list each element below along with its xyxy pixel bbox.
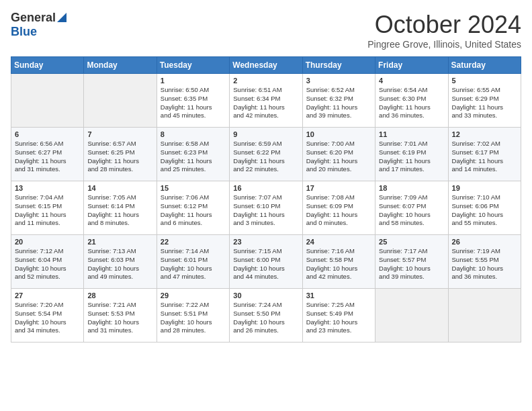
day-number: 1 xyxy=(161,77,226,85)
calendar-header-row: SundayMondayTuesdayWednesdayThursdayFrid… xyxy=(11,57,521,74)
calendar-header-tuesday: Tuesday xyxy=(157,57,229,74)
day-number: 28 xyxy=(87,291,152,300)
day-number: 16 xyxy=(233,184,298,192)
day-info: Sunrise: 6:59 AM Sunset: 6:22 PM Dayligh… xyxy=(233,140,298,174)
day-info: Sunrise: 7:05 AM Sunset: 6:14 PM Dayligh… xyxy=(87,193,152,228)
calendar-cell: 30Sunrise: 7:24 AM Sunset: 5:50 PM Dayli… xyxy=(230,289,302,342)
calendar-week-3: 13Sunrise: 7:04 AM Sunset: 6:15 PM Dayli… xyxy=(11,181,521,235)
logo-general-text: General xyxy=(11,11,56,25)
calendar-cell: 13Sunrise: 7:04 AM Sunset: 6:15 PM Dayli… xyxy=(11,181,84,235)
calendar-header-monday: Monday xyxy=(84,57,157,74)
calendar-cell: 20Sunrise: 7:12 AM Sunset: 6:04 PM Dayli… xyxy=(11,235,84,289)
calendar-cell: 11Sunrise: 7:01 AM Sunset: 6:19 PM Dayli… xyxy=(375,128,448,181)
calendar-cell: 8Sunrise: 6:58 AM Sunset: 6:23 PM Daylig… xyxy=(157,128,229,181)
calendar-week-4: 20Sunrise: 7:12 AM Sunset: 6:04 PM Dayli… xyxy=(11,235,521,289)
calendar-cell: 21Sunrise: 7:13 AM Sunset: 6:03 PM Dayli… xyxy=(84,235,157,289)
day-info: Sunrise: 6:50 AM Sunset: 6:35 PM Dayligh… xyxy=(161,86,226,120)
calendar-cell: 25Sunrise: 7:17 AM Sunset: 5:57 PM Dayli… xyxy=(375,235,448,289)
day-number: 23 xyxy=(233,238,298,246)
day-number: 15 xyxy=(161,184,226,192)
day-info: Sunrise: 7:06 AM Sunset: 6:12 PM Dayligh… xyxy=(161,193,226,228)
day-info: Sunrise: 7:25 AM Sunset: 5:49 PM Dayligh… xyxy=(306,301,371,335)
day-number: 8 xyxy=(161,130,226,138)
calendar-header-sunday: Sunday xyxy=(11,57,84,74)
day-info: Sunrise: 7:16 AM Sunset: 5:58 PM Dayligh… xyxy=(306,247,371,281)
logo-triangle-icon xyxy=(57,13,66,25)
day-info: Sunrise: 6:51 AM Sunset: 6:34 PM Dayligh… xyxy=(233,86,298,120)
day-number: 20 xyxy=(15,238,80,246)
day-info: Sunrise: 6:54 AM Sunset: 6:30 PM Dayligh… xyxy=(379,86,444,120)
day-info: Sunrise: 7:19 AM Sunset: 5:55 PM Dayligh… xyxy=(452,247,517,281)
day-info: Sunrise: 7:09 AM Sunset: 6:07 PM Dayligh… xyxy=(379,193,444,228)
calendar-week-2: 6Sunrise: 6:56 AM Sunset: 6:27 PM Daylig… xyxy=(11,128,521,181)
calendar-cell: 27Sunrise: 7:20 AM Sunset: 5:54 PM Dayli… xyxy=(11,289,84,342)
day-number: 5 xyxy=(452,77,517,85)
calendar-cell: 14Sunrise: 7:05 AM Sunset: 6:14 PM Dayli… xyxy=(84,181,157,235)
day-number: 31 xyxy=(306,291,371,300)
calendar-cell: 7Sunrise: 6:57 AM Sunset: 6:25 PM Daylig… xyxy=(84,128,157,181)
day-number: 10 xyxy=(306,130,371,138)
day-number: 29 xyxy=(161,291,226,300)
day-info: Sunrise: 6:52 AM Sunset: 6:32 PM Dayligh… xyxy=(306,86,371,120)
day-info: Sunrise: 6:56 AM Sunset: 6:27 PM Dayligh… xyxy=(15,140,80,174)
calendar-cell: 3Sunrise: 6:52 AM Sunset: 6:32 PM Daylig… xyxy=(302,74,375,128)
calendar-cell xyxy=(375,289,448,342)
calendar-week-5: 27Sunrise: 7:20 AM Sunset: 5:54 PM Dayli… xyxy=(11,289,521,342)
day-number: 4 xyxy=(379,77,444,85)
day-info: Sunrise: 7:21 AM Sunset: 5:53 PM Dayligh… xyxy=(87,301,152,335)
calendar-table: SundayMondayTuesdayWednesdayThursdayFrid… xyxy=(11,56,521,342)
day-info: Sunrise: 6:55 AM Sunset: 6:29 PM Dayligh… xyxy=(452,86,517,120)
title-area: October 2024 Pingree Grove, Illinois, Un… xyxy=(367,11,521,50)
calendar-week-1: 1Sunrise: 6:50 AM Sunset: 6:35 PM Daylig… xyxy=(11,74,521,128)
calendar-cell: 19Sunrise: 7:10 AM Sunset: 6:06 PM Dayli… xyxy=(448,181,521,235)
day-info: Sunrise: 7:02 AM Sunset: 6:17 PM Dayligh… xyxy=(452,140,517,174)
logo-blue-text: Blue xyxy=(11,25,37,38)
day-number: 9 xyxy=(233,130,298,138)
calendar-cell: 1Sunrise: 6:50 AM Sunset: 6:35 PM Daylig… xyxy=(157,74,229,128)
day-number: 26 xyxy=(452,238,517,246)
day-info: Sunrise: 7:20 AM Sunset: 5:54 PM Dayligh… xyxy=(15,301,80,335)
day-info: Sunrise: 7:07 AM Sunset: 6:10 PM Dayligh… xyxy=(233,193,298,228)
day-number: 11 xyxy=(379,130,444,138)
calendar-cell: 23Sunrise: 7:15 AM Sunset: 6:00 PM Dayli… xyxy=(230,235,302,289)
logo: General Blue xyxy=(11,11,66,39)
day-info: Sunrise: 7:08 AM Sunset: 6:09 PM Dayligh… xyxy=(306,193,371,228)
calendar-header-saturday: Saturday xyxy=(448,57,521,74)
calendar-cell: 4Sunrise: 6:54 AM Sunset: 6:30 PM Daylig… xyxy=(375,74,448,128)
day-info: Sunrise: 6:58 AM Sunset: 6:23 PM Dayligh… xyxy=(161,140,226,174)
calendar-cell: 31Sunrise: 7:25 AM Sunset: 5:49 PM Dayli… xyxy=(302,289,375,342)
day-number: 2 xyxy=(233,77,298,85)
day-info: Sunrise: 7:04 AM Sunset: 6:15 PM Dayligh… xyxy=(15,193,80,228)
day-number: 12 xyxy=(452,130,517,138)
page-header: General Blue October 2024 Pingree Grove,… xyxy=(11,11,521,50)
calendar-cell xyxy=(11,74,84,128)
calendar-cell: 22Sunrise: 7:14 AM Sunset: 6:01 PM Dayli… xyxy=(157,235,229,289)
day-number: 17 xyxy=(306,184,371,192)
calendar-cell: 6Sunrise: 6:56 AM Sunset: 6:27 PM Daylig… xyxy=(11,128,84,181)
day-info: Sunrise: 7:10 AM Sunset: 6:06 PM Dayligh… xyxy=(452,193,517,228)
calendar-cell: 9Sunrise: 6:59 AM Sunset: 6:22 PM Daylig… xyxy=(230,128,302,181)
day-info: Sunrise: 7:24 AM Sunset: 5:50 PM Dayligh… xyxy=(233,301,298,335)
calendar-cell: 24Sunrise: 7:16 AM Sunset: 5:58 PM Dayli… xyxy=(302,235,375,289)
day-number: 30 xyxy=(233,291,298,300)
calendar-cell: 2Sunrise: 6:51 AM Sunset: 6:34 PM Daylig… xyxy=(230,74,302,128)
calendar-header-thursday: Thursday xyxy=(302,57,375,74)
calendar-cell: 15Sunrise: 7:06 AM Sunset: 6:12 PM Dayli… xyxy=(157,181,229,235)
day-info: Sunrise: 6:57 AM Sunset: 6:25 PM Dayligh… xyxy=(87,140,152,174)
day-number: 24 xyxy=(306,238,371,246)
calendar-header-friday: Friday xyxy=(375,57,448,74)
day-number: 7 xyxy=(87,130,152,138)
day-info: Sunrise: 7:12 AM Sunset: 6:04 PM Dayligh… xyxy=(15,247,80,281)
month-title: October 2024 xyxy=(367,11,521,39)
calendar-cell: 16Sunrise: 7:07 AM Sunset: 6:10 PM Dayli… xyxy=(230,181,302,235)
calendar-cell: 10Sunrise: 7:00 AM Sunset: 6:20 PM Dayli… xyxy=(302,128,375,181)
day-number: 25 xyxy=(379,238,444,246)
day-number: 27 xyxy=(15,291,80,300)
day-info: Sunrise: 7:22 AM Sunset: 5:51 PM Dayligh… xyxy=(161,301,226,335)
calendar-cell: 29Sunrise: 7:22 AM Sunset: 5:51 PM Dayli… xyxy=(157,289,229,342)
day-info: Sunrise: 7:15 AM Sunset: 6:00 PM Dayligh… xyxy=(233,247,298,281)
day-number: 22 xyxy=(161,238,226,246)
day-info: Sunrise: 7:17 AM Sunset: 5:57 PM Dayligh… xyxy=(379,247,444,281)
day-number: 13 xyxy=(15,184,80,192)
day-number: 18 xyxy=(379,184,444,192)
